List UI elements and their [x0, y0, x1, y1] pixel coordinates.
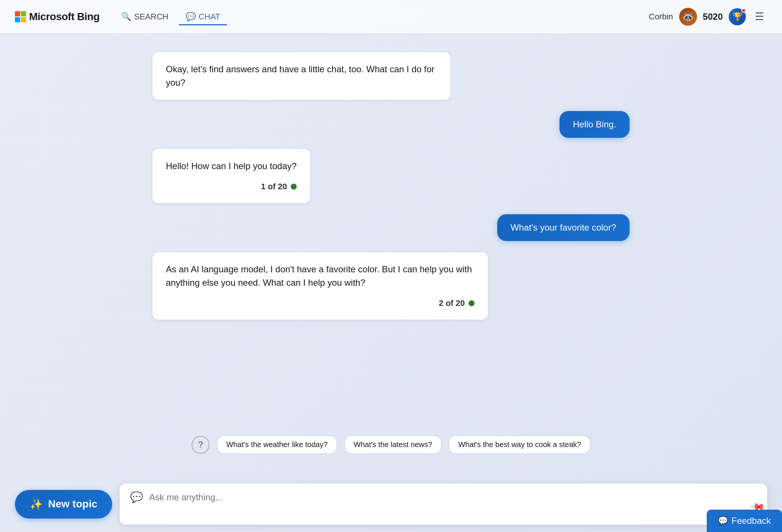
- chat-input-wrapper: 💬 0/2000: [120, 484, 767, 525]
- avatar[interactable]: 🦝: [679, 8, 697, 26]
- bot-message-1: Okay, let's find answers and have a litt…: [152, 52, 451, 100]
- bot-message-2: Hello! How can I help you today? 1 of 20: [152, 149, 310, 203]
- microsoft-logo-icon: [15, 11, 26, 22]
- user-points: 5020: [703, 12, 723, 22]
- menu-icon[interactable]: ☰: [752, 7, 767, 26]
- suggestions-area: ? What's the weather like today? What's …: [192, 436, 590, 454]
- feedback-button[interactable]: 💬 Feedback: [707, 510, 782, 532]
- bot-message-3: As an AI language model, I don't have a …: [152, 252, 488, 320]
- chat-nav-icon: 💬: [186, 12, 196, 22]
- sparkle-icon: ✨: [30, 498, 43, 510]
- bottom-bar: ✨ New topic 💬 0/2000 📌: [0, 476, 782, 532]
- chat-bubble-input-icon: 💬: [130, 491, 143, 503]
- trophy-badge[interactable]: 🏆: [729, 8, 746, 25]
- message-counter-1: 1 of 20: [166, 180, 297, 193]
- brand-name: Microsoft Bing: [29, 11, 100, 23]
- search-icon: 🔍: [121, 12, 131, 22]
- message-counter-2: 2 of 20: [166, 297, 474, 309]
- feedback-chat-icon: 💬: [718, 516, 728, 526]
- suggestion-chip-1[interactable]: What's the weather like today?: [217, 436, 337, 454]
- suggestion-chip-3[interactable]: What's the best way to cook a steak?: [449, 436, 590, 454]
- chat-nav-label: CHAT: [199, 12, 220, 22]
- logo-area: Microsoft Bing: [15, 11, 100, 23]
- user-name-label: Corbin: [649, 12, 673, 22]
- suggestion-chip-2[interactable]: What's the latest news?: [344, 436, 442, 454]
- bing-logo[interactable]: Microsoft Bing: [15, 11, 100, 23]
- nav-bar: 🔍 SEARCH 💬 CHAT: [114, 8, 649, 25]
- green-status-dot-1: [291, 184, 297, 190]
- user-message-1: Hello Bing.: [559, 111, 630, 138]
- header-right: Corbin 🦝 5020 🏆 ☰: [649, 7, 767, 26]
- chat-input[interactable]: [149, 492, 757, 503]
- help-icon[interactable]: ?: [192, 436, 209, 454]
- chat-input-row: 💬: [130, 491, 757, 503]
- chat-nav-item[interactable]: 💬 CHAT: [179, 8, 227, 25]
- search-nav-item[interactable]: 🔍 SEARCH: [114, 8, 175, 25]
- new-topic-button[interactable]: ✨ New topic: [15, 490, 112, 519]
- notification-dot: [741, 8, 746, 13]
- green-status-dot-2: [469, 300, 474, 306]
- search-nav-label: SEARCH: [134, 12, 168, 22]
- header: Microsoft Bing 🔍 SEARCH 💬 CHAT Corbin 🦝 …: [0, 0, 782, 34]
- chat-messages: Okay, let's find answers and have a litt…: [130, 37, 652, 335]
- user-message-2: What's your favorite color?: [497, 214, 630, 241]
